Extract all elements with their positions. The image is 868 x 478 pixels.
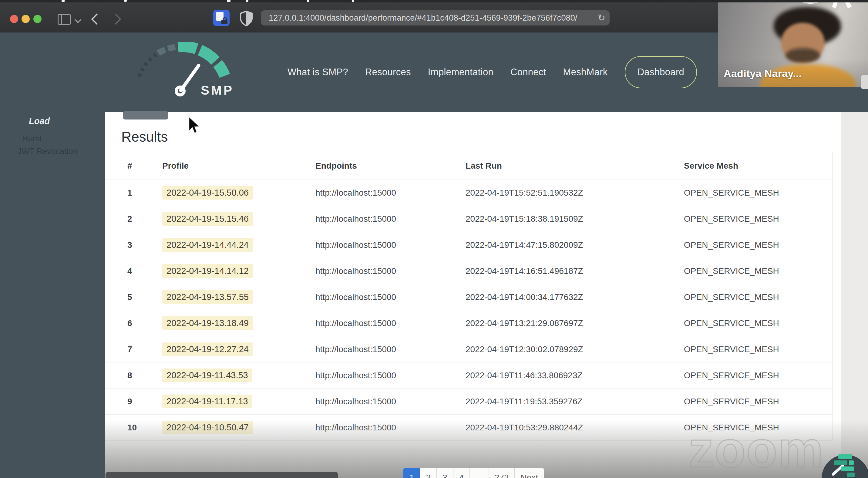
profile-cell: 2022-04-19-11.43.53 <box>162 369 315 382</box>
cutoff-text-fragment <box>352 0 354 2</box>
profile-value[interactable]: 2022-04-19-11.43.53 <box>162 369 252 382</box>
main-nav: What is SMP?ResourcesImplementationConne… <box>287 32 697 112</box>
sidebar-toggle-icon[interactable] <box>58 14 71 25</box>
results-table-body: 12022-04-19-15.50.06http://localhost:150… <box>105 180 832 440</box>
profile-cell: 2022-04-19-14.14.12 <box>162 264 315 278</box>
profile-value[interactable]: 2022-04-19-12.27.24 <box>162 343 253 356</box>
table-row[interactable]: 22022-04-19-15.15.46http://localhost:150… <box>105 205 832 232</box>
reload-icon[interactable]: ↻ <box>598 12 606 23</box>
row-index: 6 <box>127 318 162 328</box>
privacy-shield-icon[interactable] <box>239 10 253 27</box>
endpoint-value: http://localhost:15000 <box>315 397 466 407</box>
zoom-ui-cutoff-bar <box>861 75 868 89</box>
window-minimize-button[interactable] <box>22 15 30 23</box>
endpoint-value: http://localhost:15000 <box>315 240 466 250</box>
last-run-value: 2022-04-19T12:30:02.078929Z <box>466 345 684 354</box>
last-run-value: 2022-04-19T14:47:15.802009Z <box>466 240 684 250</box>
service-mesh-value: OPEN_SERVICE_MESH <box>684 397 832 407</box>
table-row[interactable]: 32022-04-19-14.44.24http://localhost:150… <box>105 232 832 258</box>
profile-value[interactable]: 2022-04-19-14.44.24 <box>162 238 253 252</box>
nav-item-connect[interactable]: Connect <box>510 67 546 77</box>
table-row[interactable]: 92022-04-19-11.17.13http://localhost:150… <box>105 388 832 414</box>
pagination-page-1[interactable]: 1 <box>403 468 420 478</box>
nav-item-resources[interactable]: Resources <box>365 67 411 77</box>
profile-value[interactable]: 2022-04-19-13.18.49 <box>162 316 253 330</box>
row-index: 2 <box>127 214 162 224</box>
smp-logo[interactable]: SMP <box>136 42 267 99</box>
pagination-page-4[interactable]: 4 <box>454 468 470 478</box>
nav-item-dashboard[interactable]: Dashboard <box>625 56 697 88</box>
profile-value[interactable]: 2022-04-19-13.57.55 <box>162 290 253 304</box>
table-row[interactable]: 42022-04-19-14.14.12http://localhost:150… <box>105 258 832 284</box>
profile-cell: 2022-04-19-13.18.49 <box>162 316 315 330</box>
table-row[interactable]: 82022-04-19-11.43.53http://localhost:150… <box>105 362 832 388</box>
profile-value[interactable]: 2022-04-19-15.50.06 <box>162 186 253 199</box>
row-index: 3 <box>127 240 162 250</box>
participant-name: Aaditya Naray... <box>724 68 802 79</box>
sidebar-item-load[interactable]: Load <box>29 116 50 126</box>
sidebar-item-jwt-revocation[interactable]: JWT Revocation <box>18 147 78 156</box>
column-header-#: # <box>127 161 162 171</box>
password-extension-icon[interactable] <box>213 10 229 26</box>
pagination-page-3[interactable]: 3 <box>437 468 454 478</box>
profile-value[interactable]: 2022-04-19-14.14.12 <box>162 264 253 278</box>
layer-logo-icon <box>847 473 855 477</box>
nav-item-implementation[interactable]: Implementation <box>428 67 493 77</box>
profile-value[interactable]: 2022-04-19-15.15.46 <box>162 212 253 226</box>
zoom-participant-tile[interactable]: Aaditya Naray... <box>718 0 868 87</box>
row-index: 5 <box>127 292 162 302</box>
profile-cell: 2022-04-19-14.44.24 <box>162 238 315 252</box>
profile-cell: 2022-04-19-15.15.46 <box>162 212 315 226</box>
service-mesh-value: OPEN_SERVICE_MESH <box>684 318 832 328</box>
address-bar[interactable]: 127.0.0.1:4000/dashboard/performance/#41… <box>261 10 610 26</box>
service-mesh-value: OPEN_SERVICE_MESH <box>684 188 832 198</box>
table-row[interactable]: 72022-04-19-12.27.24http://localhost:150… <box>105 336 832 362</box>
endpoint-value: http://localhost:15000 <box>315 292 466 302</box>
cutoff-text-fragment <box>227 0 230 2</box>
layer-logo-icon <box>834 460 847 465</box>
last-run-value: 2022-04-19T14:00:34.177632Z <box>466 292 684 302</box>
pagination-page-2[interactable]: 2 <box>420 468 437 478</box>
window-close-button[interactable] <box>10 15 18 23</box>
table-row[interactable]: 62022-04-19-13.18.49http://localhost:150… <box>105 310 832 336</box>
back-button[interactable] <box>91 14 102 25</box>
pagination-next-button[interactable]: Next <box>515 468 544 478</box>
extension-lock-glyph <box>221 20 227 24</box>
profile-cell: 2022-04-19-13.57.55 <box>162 290 315 304</box>
endpoint-value: http://localhost:15000 <box>315 188 466 198</box>
service-mesh-value: OPEN_SERVICE_MESH <box>684 292 832 302</box>
column-header-profile: Profile <box>162 161 315 171</box>
service-mesh-value: OPEN_SERVICE_MESH <box>684 345 832 354</box>
nav-item-meshmark[interactable]: MeshMark <box>563 67 608 77</box>
scrolled-element-tab[interactable] <box>123 111 168 120</box>
profile-cell: 2022-04-19-11.17.13 <box>162 394 315 408</box>
zoom-watermark: zoom <box>688 420 824 478</box>
column-header-service-mesh: Service Mesh <box>684 161 832 171</box>
dashboard-label: Dashboard <box>638 67 684 77</box>
layer-logo-icon <box>841 467 854 471</box>
cutoff-text-fragment <box>246 0 248 2</box>
pagination-page-ellipsis[interactable]: ... <box>470 468 489 478</box>
service-mesh-value: OPEN_SERVICE_MESH <box>684 214 832 224</box>
table-row[interactable]: 52022-04-19-13.57.55http://localhost:150… <box>105 284 832 310</box>
forward-button <box>110 14 121 25</box>
window-zoom-button[interactable] <box>33 15 41 23</box>
service-mesh-value: OPEN_SERVICE_MESH <box>684 240 832 250</box>
row-index: 1 <box>127 188 162 198</box>
nav-item-what-is-smp[interactable]: What is SMP? <box>287 67 348 77</box>
profile-cell: 2022-04-19-12.27.24 <box>162 343 315 356</box>
last-run-value: 2022-04-19T14:16:51.496187Z <box>466 266 684 276</box>
horizontal-scrollbar-thumb[interactable] <box>105 472 338 478</box>
sidebar-item-burst[interactable]: Burst <box>23 134 42 144</box>
top-window-strip <box>0 0 868 2</box>
url-text: 127.0.0.1:4000/dashboard/performance/#41… <box>269 13 578 23</box>
column-header-last-run: Last Run <box>466 161 684 171</box>
pagination-page-272[interactable]: 272 <box>489 468 515 478</box>
endpoint-value: http://localhost:15000 <box>315 214 466 224</box>
cutoff-text-fragment <box>124 0 127 2</box>
table-row[interactable]: 12022-04-19-15.50.06http://localhost:150… <box>105 180 832 205</box>
chevron-down-icon[interactable] <box>74 17 82 23</box>
endpoint-value: http://localhost:15000 <box>315 371 466 380</box>
profile-value[interactable]: 2022-04-19-11.17.13 <box>162 394 252 408</box>
cutoff-text-fragment <box>307 0 309 2</box>
